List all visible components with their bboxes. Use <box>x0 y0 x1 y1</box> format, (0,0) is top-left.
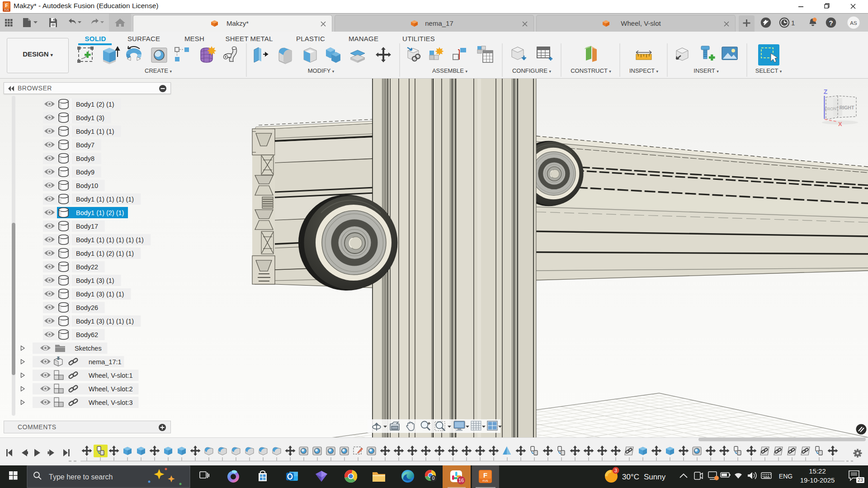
svg-text:1: 1 <box>791 19 795 27</box>
svg-text:Body22: Body22 <box>76 263 98 271</box>
svg-text:Body8: Body8 <box>76 155 94 162</box>
svg-text:Body10: Body10 <box>76 182 98 189</box>
svg-text:15:22: 15:22 <box>809 467 826 475</box>
svg-text:30°C: 30°C <box>622 473 639 481</box>
svg-text:FRONT: FRONT <box>825 106 839 112</box>
svg-text:Body1 (3) (1) (1): Body1 (3) (1) (1) <box>76 291 124 298</box>
svg-text:Wheel, V-slot:2: Wheel, V-slot:2 <box>89 385 133 393</box>
svg-text:Body1 (1) (2) (1): Body1 (1) (2) (1) <box>76 209 124 216</box>
svg-text:ENG: ENG <box>779 473 793 480</box>
svg-text:16: 16 <box>458 478 464 483</box>
svg-text:nema_17:1: nema_17:1 <box>89 358 122 366</box>
svg-text:FUS: FUS <box>483 479 488 482</box>
svg-text:RIGHT: RIGHT <box>840 105 854 110</box>
svg-text:Wheel, V-slot:1: Wheel, V-slot:1 <box>89 372 133 379</box>
svg-text:Body1 (1) (1): Body1 (1) (1) <box>76 128 114 135</box>
svg-text:X: X <box>838 121 842 127</box>
svg-text:AS: AS <box>850 20 857 26</box>
svg-text:?: ? <box>829 19 833 27</box>
svg-text:Body1 (3) (1): Body1 (3) (1) <box>76 277 114 284</box>
svg-text:Body1 (1) (1) (1) (1) (1): Body1 (1) (1) (1) (1) (1) <box>76 236 144 244</box>
svg-text:Body26: Body26 <box>76 304 98 311</box>
svg-text:Type here to search: Type here to search <box>49 473 113 481</box>
svg-text:0: 0 <box>432 476 435 481</box>
svg-text:Body7: Body7 <box>76 141 94 149</box>
svg-text:Body1 (1) (2) (1) (1): Body1 (1) (2) (1) (1) <box>76 250 134 257</box>
svg-text:Sunny: Sunny <box>644 473 666 481</box>
svg-text:FUS: FUS <box>5 9 9 11</box>
svg-text:Body62: Body62 <box>76 331 98 338</box>
svg-text:Z: Z <box>824 88 828 95</box>
svg-text:Body9: Body9 <box>76 169 94 176</box>
svg-text:Sketches: Sketches <box>75 345 102 352</box>
svg-text:3: 3 <box>614 468 617 473</box>
svg-text:Body1 (3) (1) (1) (1): Body1 (3) (1) (1) (1) <box>76 318 134 325</box>
svg-text:F: F <box>5 3 8 8</box>
svg-text:Body1 (3): Body1 (3) <box>76 114 104 122</box>
svg-text:Body1 (2) (1): Body1 (2) (1) <box>76 101 114 108</box>
svg-text:F: F <box>483 471 487 479</box>
svg-text:Body17: Body17 <box>76 223 98 230</box>
svg-text:23: 23 <box>858 477 863 483</box>
svg-text:Body1 (1) (1) (1) (1): Body1 (1) (1) (1) (1) <box>76 196 134 203</box>
svg-text:19-10-2025: 19-10-2025 <box>800 476 835 484</box>
svg-text:Wheel, V-slot:3: Wheel, V-slot:3 <box>89 399 133 406</box>
